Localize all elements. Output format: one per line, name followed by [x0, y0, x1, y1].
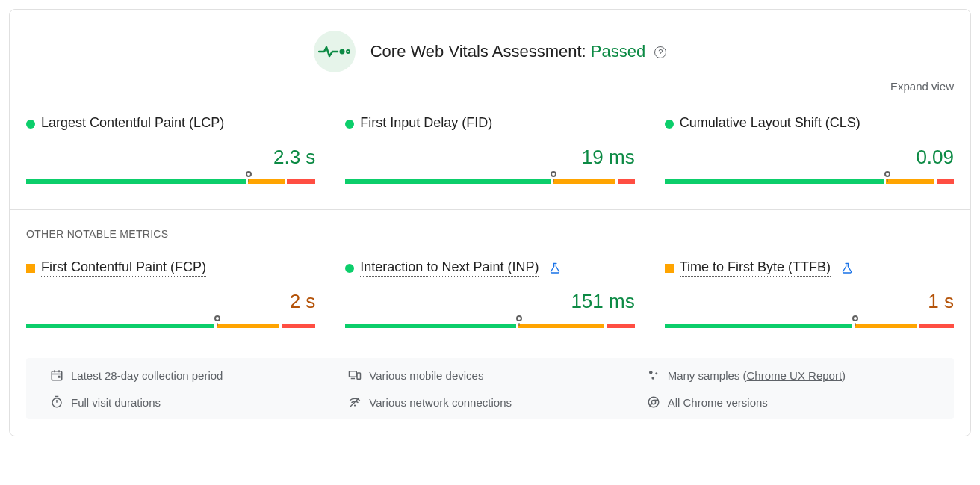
svg-point-16 [354, 404, 356, 406]
metric-card: Cumulative Layout Shift (CLS) 0.09 [665, 115, 954, 184]
distribution-bar [665, 318, 954, 328]
svg-rect-2 [52, 371, 62, 380]
status-square [665, 264, 674, 273]
samples-icon [647, 368, 660, 382]
metric-header[interactable]: Cumulative Layout Shift (CLS) [665, 115, 954, 132]
status-dot [26, 120, 35, 129]
distribution-marker [516, 315, 522, 321]
status-dot [345, 264, 354, 273]
metric-card: First Contentful Paint (FCP) 2 s [26, 259, 315, 328]
metric-value: 2.3 s [26, 146, 315, 169]
other-notable-label: OTHER NOTABLE METRICS [26, 228, 954, 240]
metric-name: First Contentful Paint (FCP) [41, 259, 206, 277]
vitals-card: Core Web Vitals Assessment: Passed ? Exp… [9, 9, 971, 436]
status-dot [345, 120, 354, 129]
metric-name: Largest Contentful Paint (LCP) [41, 115, 224, 132]
distribution-bar [26, 173, 315, 184]
footer-text: Full visit durations [71, 396, 161, 409]
svg-rect-6 [58, 376, 61, 378]
footer-item: Many samples (Chrome UX Report) [647, 368, 930, 382]
svg-rect-7 [350, 371, 357, 377]
svg-rect-9 [357, 373, 361, 379]
distribution-bar [665, 173, 954, 184]
distribution-bar [26, 318, 315, 328]
experimental-flask-icon [841, 262, 853, 274]
metric-header[interactable]: First Input Delay (FID) [345, 115, 634, 132]
calendar-icon [50, 368, 63, 382]
devices-icon [348, 368, 362, 382]
network-icon [348, 395, 362, 409]
footer-item: Full visit durations [50, 395, 333, 409]
other-metrics-row: First Contentful Paint (FCP) 2 s Interac… [26, 259, 954, 328]
footer-link[interactable]: Chrome UX Report [747, 369, 843, 382]
metric-header[interactable]: First Contentful Paint (FCP) [26, 259, 315, 277]
svg-point-0 [339, 49, 344, 55]
chrome-icon [647, 395, 660, 409]
footer-text: Many samples (Chrome UX Report) [668, 369, 846, 382]
metric-card: First Input Delay (FID) 19 ms [345, 115, 634, 184]
timer-icon [50, 395, 63, 409]
metric-value: 0.09 [665, 146, 954, 169]
header: Core Web Vitals Assessment: Passed ? [26, 31, 954, 72]
status-dot [665, 120, 674, 129]
svg-point-11 [655, 372, 657, 374]
distribution-bar [345, 173, 634, 184]
expand-view-link[interactable]: Expand view [890, 80, 954, 93]
metric-value: 2 s [26, 290, 315, 313]
metric-value: 19 ms [345, 146, 634, 169]
metric-name: Cumulative Layout Shift (CLS) [680, 115, 860, 132]
metric-name: First Input Delay (FID) [360, 115, 492, 132]
metric-value: 151 ms [345, 290, 634, 313]
distribution-marker [246, 171, 252, 177]
footer-item: Various network connections [348, 395, 631, 409]
metric-value: 1 s [665, 290, 954, 313]
status-square [26, 264, 35, 273]
help-icon[interactable]: ? [654, 46, 666, 58]
metric-card: Largest Contentful Paint (LCP) 2.3 s [26, 115, 315, 184]
metric-header[interactable]: Largest Contentful Paint (LCP) [26, 115, 315, 132]
metric-header[interactable]: Time to First Byte (TTFB) [665, 259, 954, 277]
footer-item: All Chrome versions [647, 395, 930, 409]
footer: Latest 28-day collection periodVarious m… [26, 358, 954, 419]
core-metrics-row: Largest Contentful Paint (LCP) 2.3 s Fir… [26, 115, 954, 184]
title-prefix: Core Web Vitals Assessment: [370, 42, 591, 61]
svg-point-10 [649, 371, 653, 374]
distribution-marker [214, 315, 220, 321]
metric-card: Time to First Byte (TTFB) 1 s [665, 259, 954, 328]
footer-text: Latest 28-day collection period [71, 369, 223, 382]
experimental-flask-icon [549, 262, 561, 274]
distribution-marker [852, 315, 858, 321]
footer-item: Various mobile devices [348, 368, 631, 382]
metric-name: Time to First Byte (TTFB) [680, 259, 831, 277]
svg-point-1 [347, 50, 350, 53]
footer-text: All Chrome versions [668, 396, 768, 409]
distribution-bar [345, 318, 634, 328]
section-divider [10, 209, 970, 210]
svg-point-12 [651, 377, 654, 380]
footer-text: Various network connections [369, 396, 512, 409]
expand-row: Expand view [26, 80, 954, 93]
footer-item: Latest 28-day collection period [50, 368, 333, 382]
metric-card: Interaction to Next Paint (INP) 151 ms [345, 259, 634, 328]
metric-header[interactable]: Interaction to Next Paint (INP) [345, 259, 634, 277]
distribution-marker [551, 171, 556, 177]
distribution-marker [884, 171, 890, 177]
pulse-icon [314, 31, 356, 72]
metric-name: Interaction to Next Paint (INP) [360, 259, 539, 277]
page-title: Core Web Vitals Assessment: Passed ? [370, 42, 667, 61]
title-status: Passed [591, 42, 645, 61]
footer-text: Various mobile devices [369, 369, 483, 382]
